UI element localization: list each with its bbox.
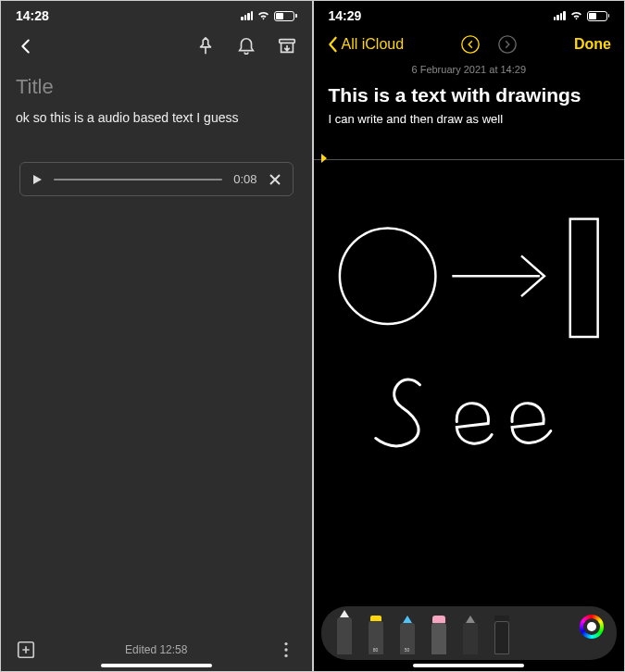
- svg-point-3: [285, 648, 288, 651]
- toolbar: All iCloud Done: [314, 27, 625, 62]
- more-button[interactable]: [276, 640, 296, 660]
- wifi-icon: [256, 8, 270, 23]
- svg-point-6: [499, 36, 516, 53]
- status-time: 14:28: [16, 8, 49, 23]
- archive-icon[interactable]: [277, 36, 297, 56]
- cellular-icon: [241, 11, 253, 20]
- add-button[interactable]: [16, 640, 36, 660]
- playhead-icon: [321, 154, 327, 163]
- cellular-icon: [554, 11, 566, 20]
- note-content: Title ok so this is a audio based text I…: [1, 66, 312, 205]
- audio-track[interactable]: [54, 179, 222, 180]
- remove-audio-button[interactable]: [269, 173, 281, 186]
- audio-player: 0:08: [19, 162, 294, 196]
- note-body[interactable]: I can write and then draw as well: [314, 112, 625, 126]
- edited-label: Edited 12:58: [125, 643, 187, 656]
- tool-size-label: 80: [373, 647, 379, 653]
- notes-panel: 14:29 All iCloud Done 6 February: [313, 0, 626, 672]
- svg-point-7: [339, 228, 435, 324]
- status-indicators: [554, 8, 610, 23]
- pencil-tool[interactable]: 50: [397, 616, 418, 654]
- tool-tray: 80 50: [321, 606, 618, 660]
- svg-rect-0: [279, 40, 294, 44]
- marker-tool[interactable]: 80: [366, 616, 386, 654]
- back-button[interactable]: All iCloud: [327, 36, 405, 53]
- note-date: 6 February 2021 at 14:29: [314, 64, 625, 75]
- lasso-tool[interactable]: [460, 616, 481, 654]
- home-indicator[interactable]: [101, 664, 212, 667]
- status-indicators: [241, 8, 297, 23]
- back-label: All iCloud: [342, 36, 405, 53]
- home-indicator[interactable]: [413, 664, 524, 667]
- play-button[interactable]: [31, 174, 43, 185]
- ruler-tool[interactable]: [492, 616, 512, 654]
- drawing-canvas[interactable]: [314, 183, 625, 479]
- status-time: 14:29: [329, 8, 362, 23]
- note-title[interactable]: This is a text with drawings: [314, 75, 625, 112]
- status-bar: 14:28: [1, 1, 312, 27]
- redo-button: [497, 34, 518, 55]
- wifi-icon: [569, 8, 583, 23]
- drawing-region-marker[interactable]: [314, 154, 625, 165]
- keep-panel: 14:28 Title: [0, 0, 313, 672]
- battery-icon: [274, 11, 297, 21]
- svg-point-2: [285, 642, 288, 645]
- title-input[interactable]: Title: [16, 75, 297, 99]
- pin-icon[interactable]: [195, 36, 216, 56]
- bottom-bar: Edited 12:58: [1, 630, 312, 660]
- svg-point-4: [285, 654, 288, 657]
- status-bar: 14:29: [314, 1, 625, 27]
- done-button[interactable]: Done: [574, 36, 611, 53]
- reminder-icon[interactable]: [236, 36, 256, 56]
- eraser-tool[interactable]: [429, 616, 449, 654]
- svg-rect-9: [569, 219, 597, 337]
- color-picker[interactable]: [580, 615, 604, 639]
- back-button[interactable]: [16, 36, 36, 56]
- undo-button[interactable]: [460, 34, 481, 55]
- battery-icon: [587, 11, 610, 21]
- svg-point-5: [462, 36, 479, 53]
- toolbar: [1, 27, 312, 66]
- undo-redo-group: [460, 34, 518, 55]
- pen-tool[interactable]: [334, 610, 355, 654]
- note-body-text[interactable]: ok so this is a audio based text I guess: [16, 110, 297, 125]
- audio-duration: 0:08: [233, 172, 256, 186]
- tool-size-label: 50: [405, 647, 410, 653]
